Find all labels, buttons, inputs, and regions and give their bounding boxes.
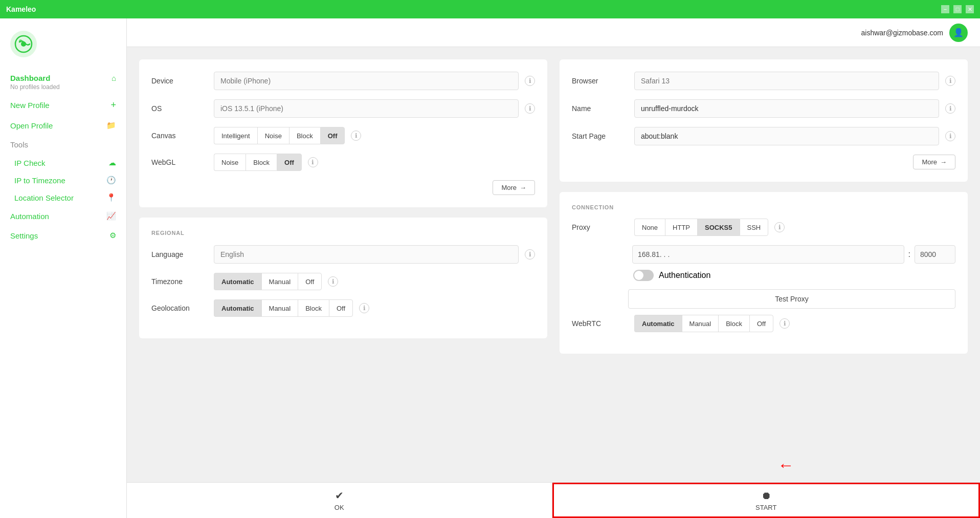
device-row: Device ℹ <box>151 72 535 90</box>
home-icon: ⌂ <box>112 74 116 82</box>
sidebar-item-automation[interactable]: Automation 📈 <box>0 206 126 226</box>
browser-more-button[interactable]: More → <box>913 155 955 169</box>
sidebar: Dashboard ⌂ No profiles loaded New Profi… <box>0 18 127 518</box>
canvas-noise-btn[interactable]: Noise <box>257 127 289 144</box>
proxy-socks5-btn[interactable]: SOCKS5 <box>697 219 739 236</box>
canvas-off-btn[interactable]: Off <box>320 127 345 144</box>
auth-toggle[interactable] <box>633 270 654 281</box>
app-title: Kameleo <box>6 5 36 13</box>
device-input[interactable] <box>214 72 519 90</box>
timezone-row: Timezone Automatic Manual Off ℹ <box>151 273 535 290</box>
webrtc-block-btn[interactable]: Block <box>718 315 749 332</box>
webrtc-off-btn[interactable]: Off <box>749 315 773 332</box>
geolocation-info-icon[interactable]: ℹ <box>359 303 369 313</box>
proxy-row: Proxy None HTTP SOCKS5 SSH ℹ <box>572 219 955 236</box>
webgl-btn-group: Noise Block Off <box>214 154 302 171</box>
language-info-icon[interactable]: ℹ <box>525 249 535 260</box>
connection-section-label: CONNECTION <box>572 204 955 210</box>
webrtc-info-icon[interactable]: ℹ <box>779 318 790 329</box>
location-selector-label: Location Selector <box>14 193 74 202</box>
sidebar-item-ip-timezone[interactable]: IP to Timezone 🕐 <box>0 171 126 189</box>
start-page-label: Start Page <box>572 132 628 140</box>
titlebar: Kameleo − □ ✕ <box>0 0 980 18</box>
proxy-address-row: : <box>572 245 955 264</box>
os-info-icon[interactable]: ℹ <box>525 103 535 114</box>
webgl-noise-btn[interactable]: Noise <box>214 154 246 171</box>
webgl-block-btn[interactable]: Block <box>246 154 277 171</box>
canvas-intelligent-btn[interactable]: Intelligent <box>214 127 257 144</box>
canvas-info-icon[interactable]: ℹ <box>351 131 361 141</box>
webgl-info-icon[interactable]: ℹ <box>308 157 318 167</box>
automation-label: Automation <box>10 212 49 221</box>
proxy-port-input[interactable] <box>915 245 955 264</box>
geolocation-btn-group: Automatic Manual Block Off <box>214 299 353 317</box>
proxy-ssh-btn[interactable]: SSH <box>740 219 769 236</box>
device-card: Device ℹ OS ℹ Canvas Intelligen <box>139 59 547 207</box>
geolocation-automatic-btn[interactable]: Automatic <box>214 299 261 317</box>
device-info-icon[interactable]: ℹ <box>525 76 535 86</box>
browser-info-icon[interactable]: ℹ <box>945 76 955 86</box>
device-label: Device <box>151 77 208 85</box>
test-proxy-wrapper: Test Proxy <box>572 289 955 309</box>
browser-arrow-icon: → <box>940 158 947 166</box>
start-page-input[interactable] <box>634 127 939 145</box>
webrtc-manual-btn[interactable]: Manual <box>682 315 719 332</box>
language-label: Language <box>151 250 208 258</box>
language-input[interactable] <box>214 245 519 264</box>
colon-separator: : <box>908 250 910 259</box>
browser-input[interactable] <box>634 72 939 90</box>
webrtc-automatic-btn[interactable]: Automatic <box>634 315 682 332</box>
webrtc-btn-group: Automatic Manual Block Off <box>634 315 773 332</box>
sidebar-item-new-profile[interactable]: New Profile + <box>0 95 126 116</box>
timezone-automatic-btn[interactable]: Automatic <box>214 273 261 290</box>
proxy-info-icon[interactable]: ℹ <box>774 222 785 232</box>
test-proxy-button[interactable]: Test Proxy <box>628 289 955 309</box>
logo-area <box>0 27 126 70</box>
svg-point-1 <box>21 41 26 47</box>
regional-section-label: REGIONAL <box>151 230 535 236</box>
cloud-icon: ☁ <box>108 158 116 167</box>
proxy-none-btn[interactable]: None <box>634 219 665 236</box>
canvas-row: Canvas Intelligent Noise Block Off ℹ <box>151 127 535 144</box>
open-profile-label: Open Profile <box>10 121 53 130</box>
arrow-indicator: ↓ <box>777 462 796 470</box>
topbar: aishwar@gizmobase.com 👤 <box>127 18 980 47</box>
timezone-manual-btn[interactable]: Manual <box>261 273 298 290</box>
kameleo-logo <box>10 31 37 57</box>
geolocation-manual-btn[interactable]: Manual <box>261 299 298 317</box>
os-input[interactable] <box>214 99 519 118</box>
sidebar-item-open-profile[interactable]: Open Profile 📁 <box>0 116 126 135</box>
minimize-button[interactable]: − <box>941 5 949 13</box>
timezone-label: Timezone <box>151 277 208 286</box>
browser-row: Browser ℹ <box>572 72 955 90</box>
canvas-block-btn[interactable]: Block <box>289 127 320 144</box>
proxy-ip-input[interactable] <box>632 245 904 264</box>
sidebar-item-ip-check[interactable]: IP Check ☁ <box>0 154 126 171</box>
app-body: Dashboard ⌂ No profiles loaded New Profi… <box>0 18 980 518</box>
browser-card: Browser ℹ Name ℹ Start Page ℹ <box>560 59 968 182</box>
start-page-info-icon[interactable]: ℹ <box>945 131 955 141</box>
sidebar-item-tools: Tools <box>0 135 126 154</box>
geolocation-off-btn[interactable]: Off <box>329 299 353 317</box>
device-more-button[interactable]: More → <box>493 180 535 195</box>
name-input[interactable] <box>634 99 939 118</box>
webgl-off-btn[interactable]: Off <box>277 154 302 171</box>
language-row: Language ℹ <box>151 245 535 264</box>
svg-point-2 <box>19 39 22 42</box>
geolocation-block-btn[interactable]: Block <box>298 299 329 317</box>
sidebar-item-location-selector[interactable]: Location Selector 📍 <box>0 189 126 206</box>
close-button[interactable]: ✕ <box>966 5 974 13</box>
os-row: OS ℹ <box>151 99 535 118</box>
sidebar-item-dashboard[interactable]: Dashboard ⌂ No profiles loaded <box>0 70 126 95</box>
ok-button[interactable]: ✔ OK <box>127 483 552 518</box>
sidebar-item-settings[interactable]: Settings ⚙ <box>0 226 126 245</box>
maximize-button[interactable]: □ <box>953 5 962 13</box>
browser-more-label: More <box>922 158 937 166</box>
name-info-icon[interactable]: ℹ <box>945 103 955 114</box>
start-button[interactable]: ⏺ START <box>552 483 981 518</box>
proxy-http-btn[interactable]: HTTP <box>665 219 697 236</box>
start-label: START <box>755 504 776 511</box>
auth-row: Authentication <box>572 270 955 281</box>
timezone-info-icon[interactable]: ℹ <box>328 276 338 287</box>
timezone-off-btn[interactable]: Off <box>298 273 322 290</box>
